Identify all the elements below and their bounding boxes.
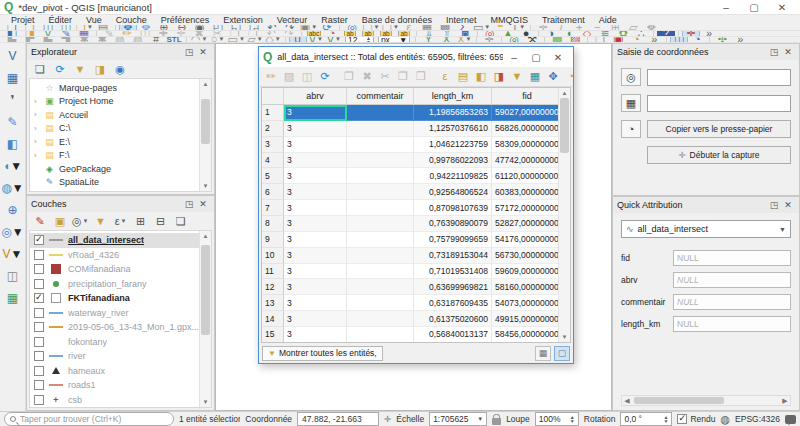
cell-commentair[interactable] — [347, 200, 414, 216]
cell-fid[interactable]: 47742,00000000... — [492, 153, 558, 169]
filter-legend-icon[interactable]: ▼ — [92, 214, 110, 229]
table-select-expression-icon[interactable]: ε — [436, 69, 454, 84]
minimize-button[interactable]: – — [712, 2, 740, 13]
form-view-button[interactable]: ▢ — [554, 346, 570, 361]
menu-item-vue[interactable]: Vue — [79, 15, 109, 25]
add-mesh-icon[interactable]: ◫ — [3, 267, 23, 285]
show-all-features-button[interactable]: ▼ Montrer toutes les entités, — [262, 346, 383, 361]
add-group-icon[interactable]: ▣ — [51, 214, 69, 229]
cell-commentair[interactable] — [347, 311, 414, 327]
cell-length-km[interactable]: 0,56840013137 — [414, 327, 492, 342]
row-number[interactable]: 9 — [262, 232, 284, 248]
table-multiedit-icon[interactable]: ▨ — [280, 69, 298, 84]
cell-length-km[interactable]: 0,99786022093 — [414, 153, 492, 169]
cell-commentair[interactable] — [347, 153, 414, 169]
scroll-down-icon[interactable]: ▼ — [203, 397, 209, 407]
row-number[interactable]: 2 — [262, 121, 284, 137]
layer-checkbox[interactable] — [34, 366, 44, 376]
menu-item-base-de-donn-es[interactable]: Base de données — [355, 15, 439, 25]
menu-item-traitement[interactable]: Traitement — [535, 15, 592, 25]
cell-abrv[interactable]: 3 — [284, 232, 347, 248]
row-number[interactable]: 4 — [262, 153, 284, 169]
row-number[interactable]: 12 — [262, 279, 284, 295]
browser-item-f-[interactable]: ›▤F:\ — [30, 149, 199, 163]
cell-length-km[interactable]: 0,87098107639 — [414, 200, 492, 216]
layer-item-csb[interactable]: +csb — [30, 393, 199, 408]
messages-icon[interactable] — [785, 415, 796, 424]
cell-length-km[interactable]: 0,63699969821 — [414, 279, 492, 295]
table-copy-icon[interactable]: ❐ — [394, 69, 412, 84]
table-row[interactable]: 131,1985685326359027,00000000... — [262, 105, 558, 121]
browser-float-icon[interactable]: ◳ — [182, 47, 196, 57]
add-vector-layer-icon[interactable]: V — [3, 47, 23, 65]
locator-search-input[interactable]: Taper pour trouver (Ctrl+K) — [4, 412, 174, 426]
coordinate-input-1[interactable] — [647, 69, 791, 86]
table-add-feature-icon[interactable]: ❐ — [340, 69, 358, 84]
cell-fid[interactable]: 56826,00000000... — [492, 121, 558, 137]
row-number[interactable]: 14 — [262, 311, 284, 327]
cell-length-km[interactable]: 1,04621223759 — [414, 137, 492, 153]
cell-abrv[interactable]: 3 — [284, 153, 347, 169]
scroll-down-icon[interactable]: ▼ — [562, 332, 568, 342]
menu-item-pr-f-rences[interactable]: Préférences — [154, 15, 217, 25]
cell-abrv[interactable]: 3 — [284, 200, 347, 216]
menu-item-vecteur[interactable]: Vecteur — [270, 15, 315, 25]
layer-checkbox[interactable] — [34, 308, 44, 318]
cell-length-km[interactable]: 1,12570376610 — [414, 121, 492, 137]
cell-commentair[interactable] — [347, 279, 414, 295]
layer-checkbox[interactable] — [34, 250, 44, 260]
add-selected-layer-icon[interactable]: ❏ — [31, 62, 49, 77]
close-button[interactable]: ✕ — [768, 2, 796, 13]
layers-float-icon[interactable]: ◳ — [182, 199, 196, 209]
menu-item-couche[interactable]: Couche — [109, 15, 154, 25]
qa-field-input-abrv[interactable]: NULL — [673, 272, 791, 288]
open-layer-styling-icon[interactable]: ✎ — [31, 214, 49, 229]
layer-item-waterway-river[interactable]: waterway_river — [30, 306, 199, 321]
add-postgis-icon[interactable]: ◖▼ — [3, 157, 23, 175]
cell-length-km[interactable]: 0,73189153044 — [414, 248, 492, 264]
cell-fid[interactable]: 59027,00000000... — [492, 105, 558, 121]
column-header-commentair[interactable]: commentair — [347, 88, 414, 104]
menu-item-mmqgis[interactable]: MMQGIS — [483, 15, 535, 25]
scroll-left-icon[interactable]: ◀ — [622, 397, 632, 405]
table-save-edits-icon[interactable]: ◫ — [298, 69, 316, 84]
cell-abrv[interactable]: 3 — [284, 264, 347, 280]
add-oracle-icon[interactable]: V▼ — [3, 245, 23, 263]
layer-item-2019-05-06-13-43-mon-1-gpx-[interactable]: 2019-05-06_13-43_Mon_1.gpx.... — [30, 320, 199, 335]
add-virtual-layer-icon[interactable]: ◧ — [3, 135, 23, 153]
tree-chevron-icon[interactable]: › — [34, 137, 43, 146]
browser-item-marque-pages[interactable]: ☆Marque-pages — [30, 81, 199, 95]
add-spatialite-icon[interactable]: ✎ — [3, 113, 23, 131]
cell-fid[interactable]: 60383,00000000... — [492, 184, 558, 200]
cell-fid[interactable]: 56730,00000000... — [492, 248, 558, 264]
layer-checkbox[interactable] — [34, 351, 44, 361]
browser-properties-icon[interactable]: ◉ — [111, 62, 129, 77]
refresh-browser-icon[interactable]: ⟳ — [51, 62, 69, 77]
cell-fid[interactable]: 61120,00000000... — [492, 168, 558, 184]
layer-item-hameaux[interactable]: hameaux — [30, 364, 199, 379]
layer-item-river[interactable]: river — [30, 349, 199, 364]
cell-commentair[interactable] — [347, 232, 414, 248]
add-grid-icon[interactable]: ▦ — [3, 289, 23, 307]
crs-value[interactable]: EPSG:4326 — [735, 414, 780, 424]
scroll-right-icon[interactable]: ▶ — [780, 397, 790, 405]
table-scrollbar[interactable]: ▲ ▼ — [558, 88, 570, 342]
table-row[interactable]: 1230,6369996982158160,00000000... — [262, 279, 558, 295]
table-select-all-icon[interactable]: ▤ — [454, 69, 472, 84]
table-row[interactable]: 1330,6318760943554073,00000000... — [262, 295, 558, 311]
cell-commentair[interactable] — [347, 327, 414, 342]
cell-length-km[interactable]: 0,94221109825 — [414, 168, 492, 184]
qa-field-input-length_km[interactable]: NULL — [673, 316, 791, 332]
layer-checkbox[interactable] — [34, 235, 44, 245]
row-number[interactable]: 1 — [262, 105, 284, 121]
tree-chevron-icon[interactable]: › — [34, 110, 43, 119]
add-wms-icon[interactable]: ◍▼ — [3, 179, 23, 197]
grid-coordinate-icon[interactable]: ▦ — [621, 94, 641, 112]
cell-abrv[interactable]: 3 — [284, 279, 347, 295]
copy-clipboard-button[interactable]: Copier vers le presse-papier — [647, 120, 791, 138]
add-delimited-text-icon[interactable]: ❜ — [3, 91, 23, 109]
maximize-button[interactable]: ▢ — [740, 2, 768, 13]
row-number[interactable]: 5 — [262, 168, 284, 184]
cell-fid[interactable]: 54073,00000000... — [492, 295, 558, 311]
table-row[interactable]: 231,1257037661056826,00000000... — [262, 121, 558, 137]
